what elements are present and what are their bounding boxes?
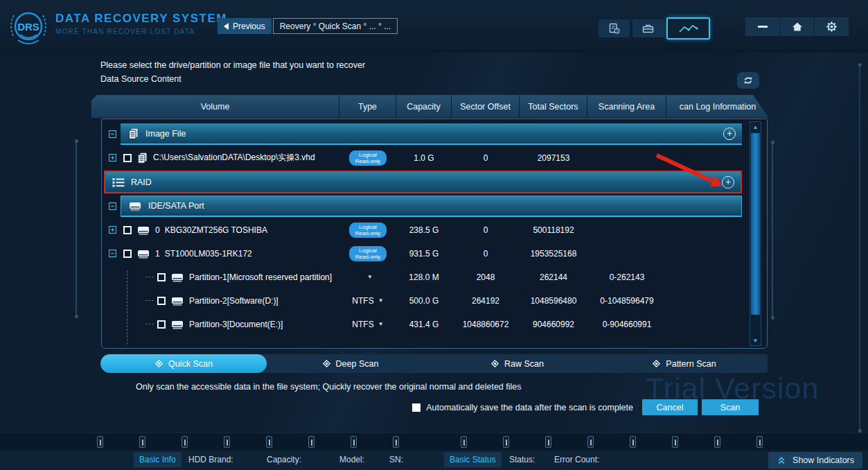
total-sectors-value: 2097153: [520, 153, 587, 163]
total-sectors-value: 262144: [520, 272, 587, 282]
show-indicators-button[interactable]: Show Indicators: [768, 452, 862, 469]
total-sectors-value: 1048596480: [520, 296, 587, 306]
indicator-icon: [714, 436, 720, 448]
sector-offset-value: 0: [452, 153, 520, 163]
row-disk-0[interactable]: 0 KBG30ZMT256G TOSHIBA Logical Read-only…: [104, 219, 742, 241]
tab-label: Deep Scan: [336, 359, 379, 369]
hard-disk-icon: [136, 225, 150, 236]
left-frame-decoration: [76, 142, 77, 315]
row-disk-1[interactable]: 1 ST1000LM035-1RK172 Logical Read-only 9…: [104, 243, 742, 264]
scanning-area-value: 0-904660991: [587, 320, 666, 329]
row-checkbox[interactable]: [157, 320, 166, 329]
refresh-icon: [743, 76, 754, 85]
row-partition-1[interactable]: Partition-1[Microsoft reserved partition…: [104, 266, 742, 288]
scan-log-button[interactable]: [599, 19, 630, 37]
right-edge-decoration: [859, 66, 860, 430]
double-chevron-up-icon: [777, 455, 786, 466]
filesystem-dropdown-icon[interactable]: ▼: [378, 321, 384, 327]
home-button[interactable]: [780, 17, 814, 36]
scroll-down-icon[interactable]: ▼: [750, 336, 761, 345]
add-raid-button[interactable]: [722, 176, 734, 189]
section-title: Data Source Content: [100, 74, 181, 84]
diagnostics-button-active[interactable]: [666, 17, 710, 40]
row-partition-3[interactable]: Partition-3[Document(E:)] NTFS ▼ 431.4 G…: [104, 313, 742, 335]
capacity-value: 1.0 G: [396, 153, 452, 163]
refresh-button[interactable]: [737, 72, 759, 89]
drs-logo-icon: DRS: [4, 3, 53, 50]
indicator-icon: [97, 436, 103, 448]
logo-acronym: DRS: [17, 21, 39, 33]
autosave-label: Automatically save the data after the sc…: [426, 403, 633, 412]
filesystem-dropdown-icon[interactable]: ▼: [367, 274, 373, 280]
filesystem-dropdown-icon[interactable]: ▼: [378, 297, 384, 304]
volume-label: ST1000LM035-1RK172: [165, 249, 252, 259]
sector-offset-value: 264192: [452, 296, 520, 306]
group-label: Image File: [145, 129, 186, 139]
expand-expander-icon[interactable]: [109, 226, 116, 234]
tab-pattern-scan[interactable]: Pattern Scan: [601, 354, 768, 373]
scanning-area-value: 0-1048596479: [587, 296, 666, 306]
collapse-expander-icon[interactable]: [109, 202, 116, 210]
previous-button[interactable]: Previous: [218, 18, 272, 34]
column-header-sector-offset: Sector Offset: [452, 95, 520, 118]
minimize-icon: [758, 26, 768, 28]
badge-line2: Read-only: [355, 158, 380, 164]
add-image-file-button[interactable]: [723, 128, 736, 140]
top-bar: DRS DATA RECOVERY SYSTEM MORE THAN RECOV…: [0, 0, 868, 52]
collapse-expander-icon[interactable]: [109, 250, 116, 257]
hard-disk-icon: [136, 248, 150, 259]
hard-disk-icon: [128, 200, 142, 211]
indicator-icon: [224, 436, 230, 448]
volume-label: Partition-1[Microsoft reserved partition…: [189, 272, 332, 282]
scrollbar-thumb[interactable]: [751, 133, 760, 315]
cancel-button[interactable]: Cancel: [642, 399, 698, 415]
tab-deep-scan[interactable]: Deep Scan: [267, 354, 434, 373]
scan-button[interactable]: Scan: [702, 399, 759, 415]
row-checkbox[interactable]: [123, 154, 132, 162]
tab-label: Pattern Scan: [666, 359, 716, 369]
autosave-checkbox[interactable]: [412, 403, 420, 412]
indicator-strip: [0, 433, 868, 451]
badge-line1: Logical: [355, 224, 380, 230]
app-subtitle: MORE THAN RECOVER LOST DATA: [55, 28, 227, 35]
toolbox-button[interactable]: [632, 19, 664, 37]
status-bar: Basic Info HDD Brand: Capacity: Model: S…: [0, 451, 868, 470]
indicator-icon: [672, 436, 678, 448]
row-raid-group[interactable]: RAID: [104, 171, 742, 193]
sector-offset-value: 0: [452, 249, 520, 259]
expand-expander-icon[interactable]: [109, 154, 116, 162]
status-capacity: Capacity:: [267, 455, 301, 464]
row-checkbox[interactable]: [157, 297, 166, 305]
filesystem-value: NTFS: [352, 296, 373, 306]
indicator-icon: [545, 436, 551, 448]
partition-icon: [170, 319, 184, 330]
badge-line1: Logical: [355, 247, 380, 254]
scroll-up-icon[interactable]: ▲: [750, 122, 761, 132]
row-vhd-image[interactable]: C:\Users\SalvationDATA\Desktop\实操3.vhd L…: [104, 147, 742, 168]
group-label: RAID: [131, 177, 152, 187]
row-image-file-group[interactable]: Image File: [104, 123, 742, 145]
toolbar-group: [599, 17, 710, 40]
image-file-icon: [136, 153, 148, 164]
volume-label: C:\Users\SalvationDATA\Desktop\实操3.vhd: [153, 152, 315, 164]
indicator-icon: [351, 436, 357, 448]
minimize-button[interactable]: [745, 17, 779, 36]
sector-offset-value: 0: [452, 225, 520, 235]
settings-button[interactable]: [815, 17, 849, 36]
group-label: IDE/SATA Port: [148, 201, 204, 211]
type-badge: Logical Read-only: [349, 246, 387, 261]
row-checkbox[interactable]: [123, 226, 132, 234]
tree-guide-line: [127, 270, 127, 345]
row-checkbox[interactable]: [157, 273, 166, 281]
collapse-expander-icon[interactable]: [109, 130, 116, 138]
indicator-icon: [393, 436, 399, 448]
tab-raw-scan[interactable]: Raw Scan: [434, 354, 601, 373]
row-ide-sata-group[interactable]: IDE/SATA Port: [104, 195, 742, 217]
badge-line2: Read-only: [355, 254, 380, 260]
row-partition-2[interactable]: Partition-2[Software(D:)] NTFS ▼ 500.0 G…: [104, 290, 742, 311]
tab-quick-scan[interactable]: Quick Scan: [100, 354, 267, 373]
capacity-value: 931.5 G: [396, 249, 452, 259]
partition-icon: [170, 272, 184, 283]
table-scrollbar[interactable]: ▲ ▼: [750, 121, 761, 346]
row-checkbox[interactable]: [123, 250, 132, 258]
